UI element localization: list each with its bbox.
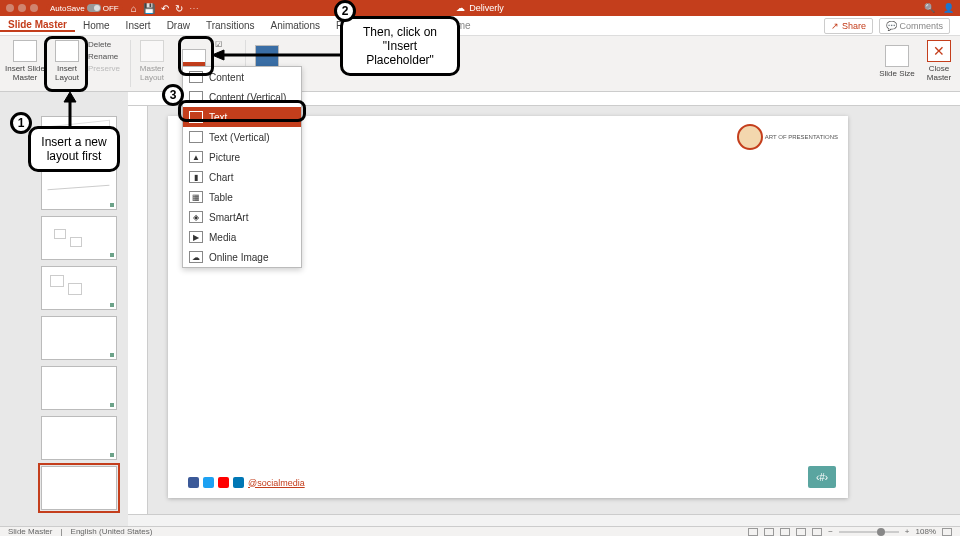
toggle-icon	[87, 4, 101, 12]
autosave-label: AutoSave	[50, 4, 85, 13]
menu-item-smartart[interactable]: ◈SmartArt	[183, 207, 301, 227]
tab-transitions[interactable]: Transitions	[198, 20, 263, 31]
master-layout-icon	[140, 40, 164, 62]
delete-button[interactable]: Delete	[88, 40, 130, 49]
menu-item-online-image[interactable]: ☁Online Image	[183, 247, 301, 267]
svg-marker-1	[64, 92, 76, 102]
logo-icon	[737, 124, 763, 150]
maximize-icon[interactable]	[30, 4, 38, 12]
zoom-in-icon[interactable]: +	[905, 527, 910, 536]
tab-home[interactable]: Home	[75, 20, 118, 31]
menu-item-table[interactable]: ▦Table	[183, 187, 301, 207]
titlebar: AutoSave OFF ⌂ 💾 ↶ ↻ ⋯ ☁ Deliverly 🔍 👤	[0, 0, 960, 16]
rename-button[interactable]: Rename	[88, 52, 130, 61]
home-icon[interactable]: ⌂	[131, 3, 137, 14]
search-icon[interactable]: 🔍	[924, 3, 935, 13]
annotation-callout-2: Then, click on "Insert Placeholder"	[340, 16, 460, 76]
tab-slide-master[interactable]: Slide Master	[0, 19, 75, 32]
status-mode: Slide Master	[8, 527, 52, 536]
reading-view-icon[interactable]	[796, 528, 806, 536]
page-number-placeholder[interactable]: ‹#›	[808, 466, 836, 488]
layout-thumb[interactable]	[41, 166, 117, 210]
close-icon: ✕	[927, 40, 951, 62]
online-image-icon: ☁	[189, 251, 203, 263]
layout-thumb-selected[interactable]	[41, 466, 117, 510]
annotation-badge-3: 3	[162, 84, 184, 106]
highlight-insert-layout	[44, 36, 88, 92]
redo-icon[interactable]: ↻	[175, 3, 183, 14]
ribbon-tabs: Slide Master Home Insert Draw Transition…	[0, 16, 960, 36]
comments-button[interactable]: 💬 Comments	[879, 18, 950, 34]
brand-logo: ART OF PRESENTATIONS	[737, 124, 838, 150]
layout-thumb[interactable]	[41, 216, 117, 260]
undo-icon[interactable]: ↶	[161, 3, 169, 14]
autosave-state: OFF	[103, 4, 119, 13]
fit-to-window-icon[interactable]	[942, 528, 952, 536]
highlight-text-item	[178, 100, 306, 122]
normal-view-icon[interactable]	[764, 528, 774, 536]
table-icon: ▦	[189, 191, 203, 203]
youtube-icon	[218, 477, 229, 488]
social-handle: @socialmedia	[248, 478, 305, 488]
layout-thumb[interactable]	[41, 366, 117, 410]
zoom-value[interactable]: 108%	[916, 527, 936, 536]
twitter-icon	[203, 477, 214, 488]
linkedin-icon	[233, 477, 244, 488]
slideshow-icon[interactable]	[812, 528, 822, 536]
vertical-ruler	[128, 106, 148, 514]
qat-extra-icon[interactable]: ⋯	[189, 3, 199, 14]
close-icon[interactable]	[6, 4, 14, 12]
autosave-toggle[interactable]: AutoSave OFF	[46, 4, 123, 13]
menu-item-chart[interactable]: ▮Chart	[183, 167, 301, 187]
annotation-badge-2: 2	[334, 0, 356, 22]
menu-item-text-vertical[interactable]: Text (Vertical)	[183, 127, 301, 147]
master-layout-button[interactable]: Master Layout	[131, 36, 173, 86]
cloud-icon: ☁	[456, 3, 465, 13]
slide-size-icon	[885, 45, 909, 67]
annotation-arrow-2	[212, 48, 342, 62]
insert-placeholder-menu: Content Content (Vertical) Text Text (Ve…	[182, 66, 302, 268]
horizontal-scrollbar[interactable]	[128, 514, 960, 526]
tab-animations[interactable]: Animations	[263, 20, 328, 31]
picture-icon: ▲	[189, 151, 203, 163]
social-row: @socialmedia	[188, 477, 305, 488]
status-language[interactable]: English (United States)	[71, 527, 153, 536]
layout-thumb[interactable]	[41, 416, 117, 460]
share-button[interactable]: ↗ Share	[824, 18, 873, 34]
smartart-icon: ◈	[189, 211, 203, 223]
window-controls[interactable]	[6, 4, 38, 12]
slide-master-icon	[13, 40, 37, 62]
account-icon[interactable]: 👤	[943, 3, 954, 13]
media-icon: ▶	[189, 231, 203, 243]
annotation-badge-1: 1	[10, 112, 32, 134]
logo-text: ART OF PRESENTATIONS	[765, 134, 838, 140]
minimize-icon[interactable]	[18, 4, 26, 12]
chart-icon: ▮	[189, 171, 203, 183]
save-icon[interactable]: 💾	[143, 3, 155, 14]
menu-item-picture[interactable]: ▲Picture	[183, 147, 301, 167]
status-bar: Slide Master | English (United States) −…	[0, 526, 960, 536]
zoom-out-icon[interactable]: −	[828, 527, 833, 536]
highlight-insert-placeholder	[178, 36, 214, 76]
preserve-button[interactable]: Preserve	[88, 64, 130, 73]
text-vertical-icon	[189, 131, 203, 143]
close-master-button[interactable]: ✕ Close Master	[918, 36, 960, 86]
insert-slide-master-button[interactable]: Insert Slide Master	[4, 36, 46, 86]
sorter-view-icon[interactable]	[780, 528, 790, 536]
tab-insert[interactable]: Insert	[118, 20, 159, 31]
quick-access-toolbar: ⌂ 💾 ↶ ↻ ⋯	[131, 3, 199, 14]
menu-item-media[interactable]: ▶Media	[183, 227, 301, 247]
doc-title-wrap: ☁ Deliverly	[456, 3, 504, 13]
zoom-slider[interactable]	[839, 531, 899, 533]
annotation-arrow-1	[60, 92, 80, 126]
slide-size-button[interactable]: Slide Size	[876, 36, 918, 86]
ribbon: Insert Slide Master Insert Layout Delete…	[0, 36, 960, 92]
doc-title: Deliverly	[469, 3, 504, 13]
tab-draw[interactable]: Draw	[159, 20, 198, 31]
facebook-icon	[188, 477, 199, 488]
layout-thumb[interactable]	[41, 316, 117, 360]
layout-thumb[interactable]	[41, 266, 117, 310]
annotation-callout-1: Insert a new layout first	[28, 126, 120, 172]
svg-marker-3	[212, 50, 224, 60]
notes-view-icon[interactable]	[748, 528, 758, 536]
